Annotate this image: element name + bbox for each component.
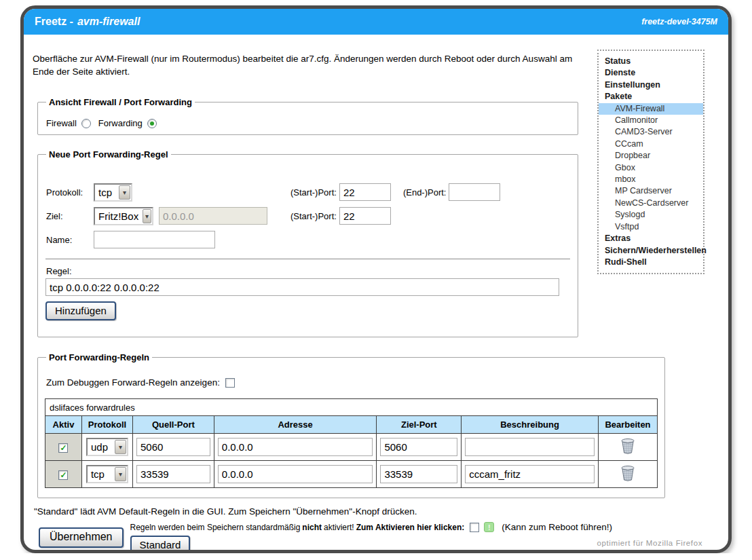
start-port-label: (Start-)Port: bbox=[290, 187, 337, 198]
col-header-ziel-port: Ziel-Port bbox=[377, 416, 462, 434]
rule-target-port-input[interactable] bbox=[380, 438, 457, 456]
rule-protocol-select[interactable]: udp ▾ bbox=[86, 438, 128, 456]
col-header-aktiv: Aktiv bbox=[45, 416, 82, 434]
sidebar-item-rudi-shell[interactable]: Rudi-Shell bbox=[599, 257, 703, 268]
delete-rule-button[interactable] bbox=[620, 438, 635, 454]
activate-note-text: Regeln werden beim Speichern standardmäß… bbox=[130, 523, 301, 532]
sidebar-item-dropbear[interactable]: Dropbear bbox=[599, 150, 703, 162]
app-name: Freetz - bbox=[35, 16, 73, 27]
rule-active-checkbox[interactable] bbox=[58, 470, 68, 480]
table-caption: dslifaces forwardrules bbox=[45, 399, 658, 416]
sidebar-item-dienste[interactable]: Dienste bbox=[599, 67, 703, 79]
new-rule-fieldset: Neue Port Forwarding-Regel Protokoll: tc… bbox=[37, 149, 578, 337]
debug-checkbox[interactable] bbox=[225, 378, 235, 388]
rule-protocol-value: udp bbox=[88, 441, 111, 453]
target-select[interactable]: Fritz!Box ▾ bbox=[94, 207, 153, 225]
rule-description-input[interactable] bbox=[465, 465, 595, 483]
sidebar-item-syslogd[interactable]: Syslogd bbox=[599, 209, 703, 221]
page-content: Oberfläche zur AVM-Firewall (nur im Rout… bbox=[24, 35, 728, 550]
rule-source-port-input[interactable] bbox=[136, 438, 210, 456]
sidebar-item-callmonitor[interactable]: Callmonitor bbox=[599, 115, 703, 126]
end-port-input[interactable] bbox=[449, 183, 500, 201]
sidebar-item-gbox[interactable]: Gbox bbox=[599, 162, 703, 174]
chevron-down-icon: ▾ bbox=[143, 209, 151, 223]
sidebar-item-mp-cardserver[interactable]: MP Cardserver bbox=[599, 185, 703, 197]
sidebar-item-pakete[interactable]: Pakete bbox=[599, 91, 703, 102]
activate-note-click: Zum Aktivieren hier klicken: bbox=[356, 523, 465, 532]
view-fieldset-legend: Ansicht Firewall / Port Forwarding bbox=[46, 97, 195, 107]
sidebar-item-camd3-server[interactable]: CAMD3-Server bbox=[599, 126, 703, 138]
rule-active-checkbox[interactable] bbox=[58, 443, 68, 453]
end-port-label: (End-)Port: bbox=[403, 187, 447, 198]
title-bar: Freetz -avm-firewall freetz-devel-3475M bbox=[24, 9, 728, 35]
protocol-select[interactable]: tcp ▾ bbox=[94, 183, 132, 202]
sidebar-item-vsftpd[interactable]: Vsftpd bbox=[599, 221, 703, 233]
target-start-port-label: (Start-)Port: bbox=[290, 211, 337, 221]
bottom-actions: Übernehmen Regeln werden beim Speichern … bbox=[39, 522, 728, 553]
rule-label: Regel: bbox=[46, 266, 571, 276]
sidebar-item-extras[interactable]: Extras bbox=[599, 233, 703, 244]
rule-source-port-input[interactable] bbox=[136, 465, 210, 483]
col-header-protokoll: Protokoll bbox=[81, 416, 132, 434]
start-port-input[interactable] bbox=[339, 183, 391, 201]
sidebar-item-avm-firewall[interactable]: AVM-Firewall bbox=[599, 103, 703, 115]
view-fieldset: Ansicht Firewall / Port Forwarding Firew… bbox=[37, 97, 578, 135]
app-window: Freetz -avm-firewall freetz-devel-3475M … bbox=[20, 5, 732, 553]
trash-icon bbox=[620, 465, 635, 481]
col-header-adresse: Adresse bbox=[214, 416, 377, 434]
sidebar-item-mbox[interactable]: mbox bbox=[599, 174, 703, 185]
table-row: udp ▾ bbox=[45, 434, 658, 461]
target-select-value: Fritz!Box bbox=[95, 210, 142, 222]
sidebar-item-sichern[interactable]: Sichern/Wiederherstellen bbox=[599, 245, 703, 257]
activate-checkbox[interactable] bbox=[470, 523, 479, 532]
firewall-radio-label: Firewall bbox=[46, 118, 77, 128]
standard-button[interactable]: Standard bbox=[130, 536, 191, 553]
trash-icon bbox=[620, 438, 635, 454]
sidebar-item-einstellungen[interactable]: Einstellungen bbox=[599, 79, 703, 91]
table-header-row: Aktiv Protokoll Quell-Port Adresse Ziel-… bbox=[45, 416, 658, 434]
target-address-input bbox=[159, 207, 267, 225]
col-header-quell-port: Quell-Port bbox=[132, 416, 214, 434]
forwarding-rules-table: dslifaces forwardrules Aktiv Protokoll Q… bbox=[45, 398, 658, 488]
rule-address-input[interactable] bbox=[218, 465, 373, 483]
debug-checkbox-label: Zum Debuggen Forward-Regeln anzeigen: bbox=[46, 377, 220, 388]
name-label: Name: bbox=[46, 235, 94, 245]
warning-icon[interactable]: ! bbox=[484, 522, 494, 532]
target-label: Ziel: bbox=[46, 211, 94, 221]
activate-note: Regeln werden beim Speichern standardmäß… bbox=[130, 522, 613, 532]
rules-fieldset: Port Forwarding-Regeln Zum Debuggen Forw… bbox=[37, 352, 665, 498]
rule-input[interactable] bbox=[45, 278, 559, 296]
rule-target-port-input[interactable] bbox=[380, 465, 457, 483]
rule-address-input[interactable] bbox=[218, 438, 373, 456]
table-caption-row: dslifaces forwardrules bbox=[45, 399, 658, 416]
name-input[interactable] bbox=[94, 231, 215, 248]
intro-text: Oberfläche zur AVM-Firewall (nur im Rout… bbox=[33, 52, 590, 78]
protocol-label: Protokoll: bbox=[46, 187, 94, 198]
rule-protocol-select[interactable]: tcp ▾ bbox=[86, 465, 128, 483]
forwarding-radio-label: Forwarding bbox=[98, 118, 143, 128]
target-start-port-input[interactable] bbox=[339, 207, 391, 225]
page-name: avm-firewall bbox=[77, 16, 140, 27]
rule-description-input[interactable] bbox=[465, 438, 595, 456]
sidebar-item-status[interactable]: Status bbox=[599, 56, 703, 67]
new-rule-fieldset-legend: Neue Port Forwarding-Regel bbox=[46, 149, 171, 160]
firewall-radio[interactable] bbox=[81, 119, 91, 128]
rule-protocol-value: tcp bbox=[88, 468, 108, 480]
col-header-bearbeiten: Bearbeiten bbox=[598, 416, 657, 434]
divider bbox=[45, 259, 570, 259]
chevron-down-icon: ▾ bbox=[119, 185, 130, 200]
page-title: Freetz -avm-firewall bbox=[35, 16, 140, 28]
reboot-warning: (Kann zum Reboot führen!) bbox=[502, 522, 612, 532]
forwarding-radio[interactable] bbox=[147, 119, 157, 128]
table-row: tcp ▾ bbox=[45, 461, 658, 488]
chevron-down-icon: ▾ bbox=[115, 440, 126, 454]
sidebar-item-cccam[interactable]: CCcam bbox=[599, 138, 703, 150]
apply-button[interactable]: Übernehmen bbox=[39, 527, 124, 548]
col-header-beschreibung: Beschreibung bbox=[462, 416, 599, 434]
standard-note: "Standard" lädt AVM Default-Regeln in di… bbox=[34, 506, 728, 517]
firmware-version: freetz-devel-3475M bbox=[641, 17, 717, 26]
sidebar-item-newcs-cardserver[interactable]: NewCS-Cardserver bbox=[599, 198, 703, 209]
add-rule-button[interactable]: Hinzufügen bbox=[45, 301, 116, 320]
chevron-down-icon: ▾ bbox=[115, 467, 126, 481]
delete-rule-button[interactable] bbox=[620, 465, 635, 481]
